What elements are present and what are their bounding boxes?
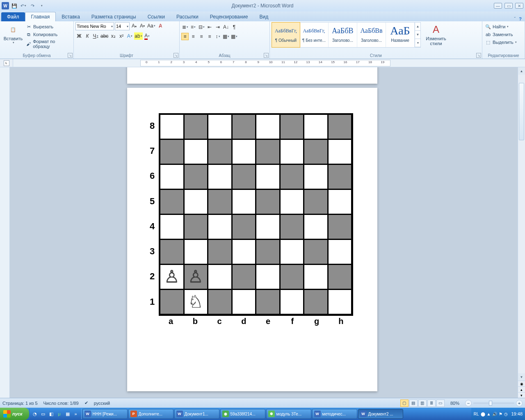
increase-indent-button[interactable]: ⇥ (214, 23, 221, 31)
print-layout-view[interactable]: ▢ (400, 399, 409, 407)
restore-button[interactable]: ▭ (504, 3, 513, 9)
align-left-button[interactable]: ≡ (181, 33, 189, 40)
style-item[interactable]: АаБбВЗаголово... (329, 23, 357, 47)
font-name-combo[interactable]: Times New Ro▾ (75, 22, 114, 30)
taskbar-task[interactable]: WДокумент2 ... (358, 409, 403, 419)
clear-formatting-button[interactable]: A̷ (157, 22, 164, 30)
outline-view[interactable]: ≣ (427, 399, 436, 407)
minimize-ribbon-icon[interactable]: ˇ (514, 16, 516, 21)
status-words[interactable]: Число слов: 1/89 (43, 401, 79, 406)
scroll-down-button[interactable]: ▼ (518, 373, 525, 381)
qat-customize-icon[interactable]: ▾ (38, 2, 45, 9)
sort-button[interactable]: A↓ (222, 23, 230, 31)
tab-home[interactable]: Главная (25, 12, 56, 21)
styles-up[interactable]: ▲ (415, 23, 420, 31)
horizontal-ruler[interactable]: 012345678910111213141516171819 (13, 59, 525, 67)
taskbar-task[interactable]: WННН [Режи... (82, 409, 128, 419)
ruler-corner[interactable]: L (0, 59, 13, 67)
scroll-thumb[interactable] (519, 83, 524, 140)
close-button[interactable]: ✕ (515, 3, 523, 9)
shrink-font-button[interactable]: A▾ (139, 22, 146, 30)
paste-button[interactable]: 📋 Вставить ▾ (2, 22, 25, 45)
clipboard-dialog-launcher[interactable]: ↘ (68, 53, 73, 58)
shading-button[interactable]: ▦▾ (222, 33, 230, 40)
redo-icon[interactable]: ↷ (29, 2, 36, 9)
show-marks-button[interactable]: ¶ (231, 23, 238, 31)
prev-page-button[interactable]: ◉ (518, 381, 525, 386)
ql-icon[interactable]: μ (56, 409, 63, 418)
zoom-out-button[interactable]: − (465, 400, 472, 406)
status-language[interactable]: русский (94, 401, 110, 406)
zoom-level[interactable]: 80% (450, 401, 459, 406)
status-page[interactable]: Страница: 1 из 5 (2, 401, 38, 406)
undo-icon[interactable]: ↶▾ (20, 2, 27, 9)
change-styles-button[interactable]: A Изменить стили (422, 22, 450, 47)
grow-font-button[interactable]: A▴ (130, 22, 138, 30)
browse-object-button[interactable]: ▴ (518, 386, 525, 392)
taskbar-task[interactable]: ◉59a338f214... (220, 409, 265, 419)
font-dialog-launcher[interactable]: ↘ (173, 53, 178, 58)
text-effects-button[interactable]: A▾ (126, 32, 133, 40)
zoom-in-button[interactable]: + (516, 400, 523, 406)
help-icon[interactable]: ? (519, 16, 522, 21)
taskbar-task[interactable]: PДополните... (128, 409, 173, 419)
find-button[interactable]: 🔍Найти▾ (484, 23, 518, 30)
tray-icon[interactable]: ◷ (504, 412, 508, 416)
borders-button[interactable]: ▦▾ (231, 33, 238, 40)
fullscreen-view[interactable]: ▤ (409, 399, 418, 407)
style-item[interactable]: АаБбВвЗаголово... (357, 23, 386, 47)
save-icon[interactable]: 💾 (11, 2, 18, 9)
align-right-button[interactable]: ≡ (198, 33, 205, 40)
tab-insert[interactable]: Вставка (56, 12, 86, 21)
copy-button[interactable]: ⧉Копировать (25, 31, 72, 38)
decrease-indent-button[interactable]: ⇤ (206, 23, 213, 31)
line-spacing-button[interactable]: ↕▾ (214, 33, 221, 40)
italic-button[interactable]: К (84, 32, 91, 40)
zoom-thumb[interactable] (489, 401, 492, 406)
tray-icon[interactable]: ▲ (487, 412, 491, 416)
justify-button[interactable]: ≡ (206, 33, 213, 40)
highlight-button[interactable]: ab▾ (134, 32, 142, 40)
styles-down[interactable]: ▼ (415, 31, 420, 39)
zoom-track[interactable] (473, 402, 514, 404)
multilevel-button[interactable]: ⊟▾ (198, 23, 205, 31)
tab-review[interactable]: Рецензирование (204, 12, 254, 21)
next-page-button[interactable]: ▾ (518, 392, 525, 398)
vertical-ruler[interactable] (0, 67, 10, 398)
scroll-up-button[interactable]: ▲ (518, 67, 525, 75)
font-color-button[interactable]: A▾ (144, 32, 151, 40)
ql-icon[interactable]: » (72, 409, 80, 418)
styles-dialog-launcher[interactable]: ↘ (476, 53, 481, 58)
taskbar-task[interactable]: WДокумент1... (174, 409, 219, 419)
scroll-track[interactable] (518, 75, 525, 373)
bold-button[interactable]: Ж (75, 32, 83, 40)
taskbar-task[interactable]: ❃модуль 3Те... (266, 409, 311, 419)
proofing-icon[interactable]: ✔ (84, 400, 88, 406)
cut-button[interactable]: ✂Вырезать (25, 23, 72, 30)
tab-mailings[interactable]: Рассылки (171, 12, 204, 21)
ql-icon[interactable]: ◔ (31, 409, 39, 418)
tray-icon[interactable]: ⚑ (499, 412, 502, 416)
paragraph-dialog-launcher[interactable]: ↘ (264, 53, 269, 58)
styles-gallery[interactable]: АаБбВвГг,¶ ОбычныйАаБбВвГг,¶ Без инте...… (272, 22, 421, 48)
zoom-slider[interactable]: − + (465, 400, 523, 406)
numbering-button[interactable]: ≡▾ (189, 23, 197, 31)
ql-icon[interactable]: ◧ (48, 409, 55, 418)
change-case-button[interactable]: Aa▾ (147, 22, 156, 30)
tab-references[interactable]: Ссылки (142, 12, 171, 21)
draft-view[interactable]: ▭ (436, 399, 445, 407)
style-item[interactable]: АаБбВвГг,¶ Без инте... (300, 23, 329, 47)
strikethrough-button[interactable]: abc (100, 32, 109, 40)
style-item[interactable]: АаБбВвГг,¶ Обычный (272, 22, 300, 48)
vertical-scrollbar[interactable]: ▲ ▼ ◉ ▴ ▾ (518, 67, 525, 398)
align-center-button[interactable]: ≡ (189, 33, 197, 40)
styles-more[interactable]: ▾ (415, 39, 420, 47)
web-layout-view[interactable]: ▥ (418, 399, 427, 407)
style-item[interactable]: АаБНазвание (386, 23, 415, 47)
taskbar-task[interactable]: Wметодичес... (312, 409, 357, 419)
superscript-button[interactable]: x² (118, 32, 125, 40)
tab-view[interactable]: Вид (253, 12, 274, 21)
font-size-combo[interactable]: 14▾ (115, 22, 130, 30)
replace-button[interactable]: abЗаменить (484, 31, 518, 38)
format-painter-button[interactable]: 🖌Формат по образцу (25, 39, 72, 49)
